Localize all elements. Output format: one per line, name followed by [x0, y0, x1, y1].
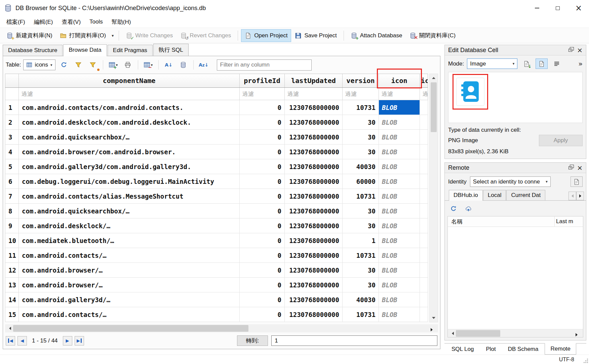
tab-database-structure[interactable]: Database Structure — [3, 45, 63, 56]
cell-lastUpdated[interactable]: 1230768000000 — [285, 204, 343, 218]
filter-cell-profileId[interactable]: 過濾 — [240, 88, 285, 100]
identity-settings-button[interactable] — [571, 176, 583, 187]
cell-extra[interactable] — [420, 100, 428, 115]
remote-horizontal-scrollbar[interactable] — [448, 329, 583, 337]
table-select[interactable]: icons ▾ — [23, 59, 55, 70]
cell-profileId[interactable]: 0 — [240, 218, 285, 233]
cell-profileId[interactable]: 0 — [240, 159, 285, 174]
float-panel-icon[interactable] — [568, 49, 572, 52]
sort-asc-button[interactable]: A↓ — [163, 59, 175, 71]
cell-lastUpdated[interactable]: 1230768000000 — [285, 233, 343, 248]
last-record-button[interactable]: ▶ — [75, 336, 84, 346]
filter-cell-partial[interactable]: 過濾 — [420, 88, 428, 100]
tab-browse-data[interactable]: Browse Data — [63, 44, 107, 56]
cell-extra[interactable] — [420, 189, 428, 204]
cell-extra[interactable] — [420, 218, 428, 233]
filter-cell-componentName[interactable]: 過濾 — [19, 88, 240, 100]
cell-version[interactable]: 30 — [343, 218, 379, 233]
cell-version[interactable]: 1 — [343, 233, 379, 248]
cell-componentName[interactable]: com.android.contacts/… — [19, 248, 240, 263]
cell-extra[interactable] — [420, 204, 428, 218]
row-number[interactable]: 9 — [5, 218, 19, 233]
cell-extra[interactable] — [420, 278, 428, 292]
tab-scroll-right-button[interactable] — [576, 192, 584, 200]
row-number[interactable]: 10 — [5, 233, 19, 248]
cell-version[interactable]: 30 — [343, 204, 379, 218]
prev-record-button[interactable]: ◀ — [17, 336, 27, 346]
attach-database-button[interactable]: + Attach Database — [347, 29, 406, 42]
menu-item-file[interactable]: 檔案(F) — [2, 16, 30, 28]
cell-profileId[interactable]: 0 — [240, 204, 285, 218]
menu-item-view[interactable]: 查看(V) — [57, 16, 85, 28]
remote-name-header[interactable]: 名稱 — [448, 216, 555, 227]
row-number[interactable]: 5 — [5, 159, 19, 174]
cell-componentName[interactable]: com.debug.loggerui/com.debug.loggerui.Ma… — [19, 174, 240, 189]
close-panel-icon[interactable]: × — [577, 47, 583, 53]
cell-icon[interactable]: BLOB — [379, 278, 420, 292]
cell-lastUpdated[interactable]: 1230768000000 — [285, 292, 343, 307]
word-wrap-button[interactable] — [551, 58, 563, 69]
cell-icon[interactable]: BLOB — [379, 115, 420, 130]
filter-cell-version[interactable]: 過濾 — [343, 88, 379, 100]
remote-upload-button[interactable] — [462, 203, 474, 214]
sort-az-button[interactable]: Az↓ — [198, 59, 210, 71]
cell-extra[interactable] — [420, 233, 428, 248]
cell-icon[interactable]: BLOB — [379, 292, 420, 307]
tab-execute-sql[interactable]: 執行 SQL — [153, 44, 189, 56]
vertical-scrollbar-thumb[interactable] — [431, 82, 437, 132]
print-button[interactable] — [122, 59, 134, 71]
tab-edit-pragmas[interactable]: Edit Pragmas — [108, 45, 153, 56]
cell-icon[interactable]: BLOB — [379, 100, 420, 115]
delete-record-button[interactable]: − ▾ — [142, 59, 154, 71]
cell-version[interactable]: 10731 — [343, 189, 379, 204]
cell-icon[interactable]: BLOB — [379, 130, 420, 145]
filter-cell-lastUpdated[interactable]: 過濾 — [285, 88, 343, 100]
menu-item-help[interactable]: 幫助(H) — [107, 16, 135, 28]
scroll-up-button[interactable] — [430, 74, 438, 82]
horizontal-scrollbar[interactable] — [5, 324, 438, 332]
goto-button[interactable]: 轉到: — [237, 335, 268, 346]
row-number[interactable]: 8 — [5, 204, 19, 218]
cell-componentName[interactable]: com.android.deskclock/com.android.deskcl… — [19, 115, 240, 130]
cell-icon[interactable]: BLOB — [379, 218, 420, 233]
column-header-profileId[interactable]: profileId — [240, 74, 285, 88]
cell-version[interactable]: 10731 — [343, 100, 379, 115]
cell-profileId[interactable]: 0 — [240, 263, 285, 278]
remote-lastmod-header[interactable]: Last m — [555, 216, 583, 227]
cell-profileId[interactable]: 0 — [240, 233, 285, 248]
open-database-button[interactable]: 打開資料庫(O) — [56, 29, 110, 42]
scroll-right-button[interactable] — [573, 331, 580, 339]
cell-version[interactable]: 10731 — [343, 307, 379, 322]
cell-extra[interactable] — [420, 174, 428, 189]
row-number[interactable]: 4 — [5, 145, 19, 159]
open-database-dropdown[interactable]: ▾ — [110, 30, 116, 41]
tab-current-database[interactable]: Current Dat — [506, 190, 545, 200]
save-filter-button[interactable] — [87, 59, 99, 71]
tab-local[interactable]: Local — [483, 190, 506, 200]
import-data-button[interactable]: ↓ — [520, 58, 533, 69]
row-number[interactable]: 15 — [5, 307, 19, 322]
cell-profileId[interactable]: 0 — [240, 100, 285, 115]
horizontal-scrollbar-thumb[interactable] — [13, 325, 248, 332]
cell-icon[interactable]: BLOB — [379, 307, 420, 322]
close-panel-icon[interactable]: × — [577, 164, 583, 171]
cell-lastUpdated[interactable]: 1230768000000 — [285, 189, 343, 204]
cell-profileId[interactable]: 0 — [240, 189, 285, 204]
cell-lastUpdated[interactable]: 1230768000000 — [285, 218, 343, 233]
cell-componentName[interactable]: com.android.browser/… — [19, 278, 240, 292]
row-number[interactable]: 11 — [5, 248, 19, 263]
clear-filters-button[interactable] — [72, 59, 84, 71]
open-project-button[interactable]: Open Project — [241, 29, 291, 42]
cell-icon[interactable]: BLOB — [379, 263, 420, 278]
write-changes-button[interactable]: ✓ Write Changes — [122, 29, 176, 42]
cell-icon[interactable]: BLOB — [379, 145, 420, 159]
column-header-partial[interactable]: ic — [420, 74, 428, 88]
cell-icon[interactable]: BLOB — [379, 174, 420, 189]
tab-remote[interactable]: Remote — [545, 343, 576, 355]
cell-version[interactable]: 40030 — [343, 159, 379, 174]
cell-profileId[interactable]: 0 — [240, 292, 285, 307]
column-header-icon[interactable]: icon — [379, 74, 420, 88]
cell-componentName[interactable]: com.android.contacts/… — [19, 307, 240, 322]
database-view-button[interactable] — [177, 59, 189, 71]
cell-extra[interactable] — [420, 115, 428, 130]
